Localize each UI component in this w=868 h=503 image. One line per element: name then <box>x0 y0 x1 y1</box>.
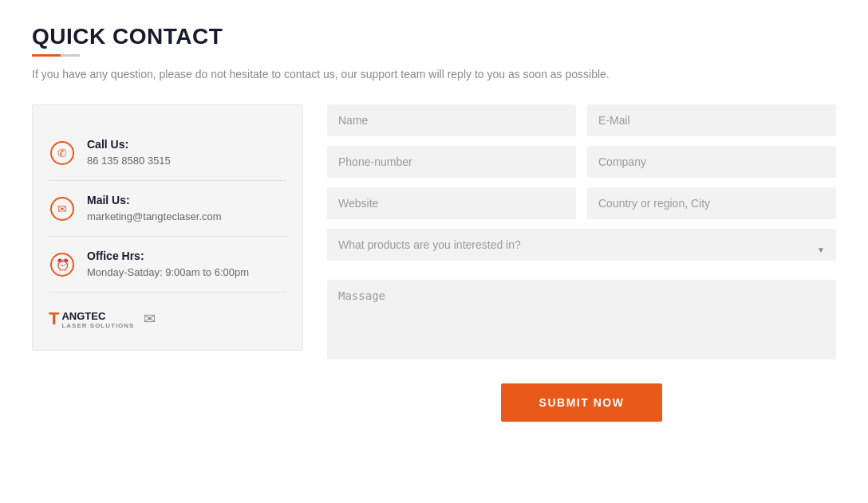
call-info-item: ✆ Call Us: 86 135 8580 3515 <box>49 125 286 181</box>
page-title: QUICK CONTACT <box>32 24 836 49</box>
contact-form: What products are you interested in? Las… <box>327 104 836 422</box>
logo-mail-icon: ✉ <box>144 310 156 328</box>
subtitle: If you have any question, please do not … <box>32 68 836 81</box>
email-input[interactable] <box>587 104 836 136</box>
logo-area: T ANGTEC LASER SOLUTIONS ✉ <box>49 293 286 330</box>
submit-row: SUBMIT NOW <box>327 383 836 422</box>
message-textarea[interactable] <box>327 280 836 360</box>
mail-info-item: ✉ Mail Us: marketing@tangteclaser.com <box>49 181 286 237</box>
office-info-text: Office Hrs: Monday-Satday: 9:00am to 6:0… <box>87 250 249 279</box>
call-info-text: Call Us: 86 135 8580 3515 <box>87 138 171 167</box>
mail-label: Mail Us: <box>87 194 222 206</box>
clock-icon: ⏰ <box>50 253 74 277</box>
phone-input[interactable] <box>327 146 576 178</box>
office-label: Office Hrs: <box>87 250 249 262</box>
country-input[interactable] <box>587 187 836 219</box>
phone-company-row <box>327 146 836 178</box>
mail-icon-wrap: ✉ <box>49 195 76 222</box>
phone-icon-wrap: ✆ <box>49 140 76 167</box>
brand-logo: T ANGTEC LASER SOLUTIONS <box>49 308 134 330</box>
contact-wrapper: ✆ Call Us: 86 135 8580 3515 ✉ Mail Us: m… <box>32 104 836 422</box>
name-email-row <box>327 104 836 136</box>
website-input[interactable] <box>327 187 576 219</box>
mail-value: marketing@tangteclaser.com <box>87 210 222 222</box>
logo-brand: ANGTEC LASER SOLUTIONS <box>61 310 134 330</box>
mail-info-text: Mail Us: marketing@tangteclaser.com <box>87 194 222 223</box>
clock-icon-wrap: ⏰ <box>49 251 76 278</box>
office-value: Monday-Satday: 9:00am to 6:00pm <box>87 266 249 278</box>
office-info-item: ⏰ Office Hrs: Monday-Satday: 9:00am to 6… <box>49 237 286 293</box>
submit-button[interactable]: SUBMIT NOW <box>501 383 663 422</box>
company-input[interactable] <box>587 146 836 178</box>
logo-t-letter: T <box>49 308 59 329</box>
website-country-row <box>327 187 836 219</box>
phone-icon: ✆ <box>50 141 74 165</box>
call-label: Call Us: <box>87 138 171 151</box>
product-select[interactable]: What products are you interested in? Las… <box>327 229 836 261</box>
contact-info-box: ✆ Call Us: 86 135 8580 3515 ✉ Mail Us: m… <box>32 104 303 351</box>
mail-icon: ✉ <box>50 197 74 221</box>
product-select-wrapper: What products are you interested in? Las… <box>327 229 836 270</box>
name-input[interactable] <box>327 104 576 136</box>
title-underline <box>32 54 80 57</box>
call-value: 86 135 8580 3515 <box>87 155 171 167</box>
